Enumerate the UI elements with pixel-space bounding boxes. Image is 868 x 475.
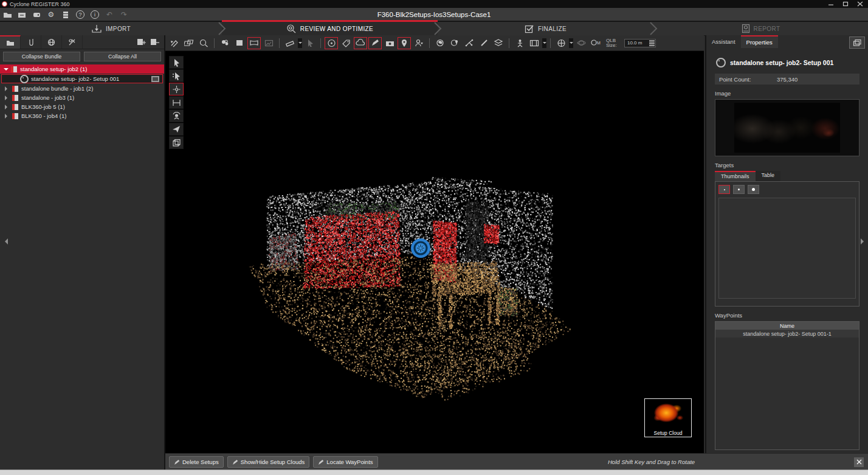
slider-handle[interactable]	[649, 40, 655, 46]
add-cloud-icon[interactable]	[354, 37, 367, 49]
minimize-button[interactable]	[828, 1, 834, 7]
tree-item-bundle[interactable]: standalone setup- job2 (1)	[0, 64, 164, 74]
point-cloud-canvas[interactable]	[165, 51, 704, 453]
target-thumbnail[interactable]	[733, 185, 745, 194]
expand-arrow-icon[interactable]	[5, 114, 10, 119]
multi-select-cursor-icon[interactable]	[169, 69, 184, 82]
point-cloud-viewport[interactable]: Setup Cloud	[165, 51, 704, 453]
image-view-icon[interactable]	[262, 37, 275, 49]
tree-item-bundle[interactable]: BLK360 - job4 (1)	[0, 111, 164, 120]
tab-properties[interactable]: Properties	[741, 35, 778, 48]
collapse-left-panel-icon[interactable]	[2, 238, 8, 244]
tab-project-tree[interactable]	[0, 35, 21, 49]
workflow-step-review-and-optimize[interactable]: REVIEW AND OPTIMIZE	[222, 20, 438, 35]
target-thumbnail[interactable]	[718, 185, 730, 194]
panorama-view-icon[interactable]	[247, 37, 261, 49]
tree-item-bundle[interactable]: BLK360-job 5 (1)	[0, 102, 164, 111]
storage-device-icon[interactable]	[29, 10, 44, 19]
locate-waypoints-button[interactable]: Locate WayPoints	[313, 456, 377, 468]
help-icon[interactable]: ?	[76, 10, 84, 19]
info-icon[interactable]: i	[91, 10, 99, 19]
pano-sphere-icon[interactable]	[433, 37, 447, 49]
qlb-size-slider[interactable]: 10.0 m	[624, 39, 656, 47]
workflow-step-finalize[interactable]: FINALIZE	[438, 22, 653, 35]
image-section-label: Image	[715, 90, 859, 97]
add-waypoint-pin-icon[interactable]	[398, 37, 411, 49]
walkthrough-person-icon[interactable]	[513, 37, 526, 49]
add-target-icon[interactable]	[325, 37, 338, 49]
draw-line-icon[interactable]	[477, 37, 491, 49]
slice-layers-icon[interactable]	[492, 37, 505, 49]
workflow-step-report[interactable]: REPORT	[653, 22, 868, 35]
database-icon[interactable]	[58, 10, 73, 19]
expand-panel-icon[interactable]	[849, 36, 865, 49]
measure-mode-icon[interactable]: M	[589, 37, 602, 49]
filmstrip-icon[interactable]	[528, 37, 541, 49]
3d-cube-view-icon[interactable]	[169, 136, 184, 149]
tab-tools[interactable]	[62, 35, 83, 49]
expand-arrow-icon[interactable]	[5, 95, 10, 100]
collapse-bundle-button[interactable]: Collapse Bundle	[3, 52, 80, 61]
project-tree-panel: Collapse Bundle Collapse All standalone …	[0, 35, 165, 470]
settings-gear-icon[interactable]: ⚙	[44, 10, 58, 19]
waypoint-row[interactable]: standalone setup- job2- Setup 001-1	[715, 330, 859, 338]
orbit-icon[interactable]	[574, 37, 588, 49]
zoom-region-icon[interactable]	[197, 37, 210, 49]
screenshot-camera-icon[interactable]	[383, 37, 396, 49]
setup-image-thumbnail[interactable]	[734, 103, 840, 153]
tab-attachments[interactable]	[21, 35, 41, 49]
remove-bundle-button[interactable]	[148, 36, 162, 47]
bundle-icon	[12, 86, 19, 92]
pick-point-icon[interactable]	[303, 37, 317, 49]
open-project-icon[interactable]	[0, 10, 15, 19]
expand-arrow-icon[interactable]	[5, 86, 10, 91]
collapse-all-button[interactable]: Collapse All	[84, 52, 161, 61]
close-button[interactable]	[857, 1, 863, 7]
rotate-hint-text: Hold Shift Key and Drag to Rotate	[608, 459, 695, 465]
pen-icon	[174, 459, 180, 465]
undo-icon[interactable]: ↶	[102, 10, 117, 19]
select-cursor-icon[interactable]	[169, 56, 184, 69]
user-filter-icon[interactable]	[412, 37, 425, 49]
import-project-icon[interactable]	[15, 10, 29, 19]
scanner-view-icon[interactable]	[169, 109, 184, 122]
expand-arrow-icon[interactable]	[5, 105, 10, 109]
filmstrip-dropdown-icon[interactable]	[542, 38, 546, 48]
workflow-step-import[interactable]: IMPORT	[0, 22, 222, 35]
delete-setups-button[interactable]: Delete Setups	[169, 456, 224, 468]
add-label-icon[interactable]	[339, 37, 353, 49]
measure-icon[interactable]	[283, 37, 297, 49]
annotate-icon[interactable]	[368, 37, 382, 49]
tree-item-bundle[interactable]: standalone bundle - job1 (2)	[0, 84, 164, 93]
fly-navigation-icon[interactable]	[169, 123, 184, 136]
axes-sphere-icon[interactable]	[554, 37, 568, 49]
tree-item-bundle[interactable]: standalone - job3 (1)	[0, 93, 164, 102]
tab-table[interactable]: Table	[756, 171, 781, 181]
point-cloud-view-icon[interactable]	[218, 37, 232, 49]
collapse-right-panel-icon[interactable]	[861, 238, 867, 244]
show-hide-setup-clouds-button[interactable]: Show/Hide Setup Clouds	[227, 456, 310, 468]
measure-dropdown-icon[interactable]	[298, 38, 302, 48]
tree-item-setup[interactable]: standalone setup- job2- Setup 001	[1, 74, 163, 83]
cloud-pairs-icon[interactable]	[182, 37, 196, 49]
setup-cloud-thumbnail[interactable]: Setup Cloud	[644, 398, 692, 437]
redo-icon[interactable]: ↷	[117, 10, 131, 19]
close-hint-icon[interactable]	[854, 457, 864, 467]
solid-view-icon[interactable]	[233, 37, 246, 49]
waypoints-name-header: Name	[715, 322, 859, 330]
visual-alignment-icon[interactable]	[168, 37, 181, 49]
distance-measure-icon[interactable]	[169, 96, 184, 109]
tab-thumbnails[interactable]: Thumbnails	[715, 171, 756, 181]
expand-arrow-icon[interactable]	[4, 68, 9, 73]
pan-move-icon[interactable]	[169, 83, 184, 95]
bundle-icon	[12, 104, 19, 110]
maximize-button[interactable]	[842, 1, 849, 7]
target-thumbnail[interactable]	[748, 185, 759, 194]
tab-web-sphere[interactable]	[41, 35, 62, 49]
tab-assistant[interactable]: Assistant	[706, 35, 741, 48]
pano-sphere-pin-icon[interactable]	[448, 37, 461, 49]
create-bundle-button[interactable]	[135, 36, 148, 47]
axes-dropdown-icon[interactable]	[569, 38, 573, 48]
left-panel-tabs	[0, 35, 164, 49]
move-setup-icon[interactable]	[463, 37, 476, 49]
